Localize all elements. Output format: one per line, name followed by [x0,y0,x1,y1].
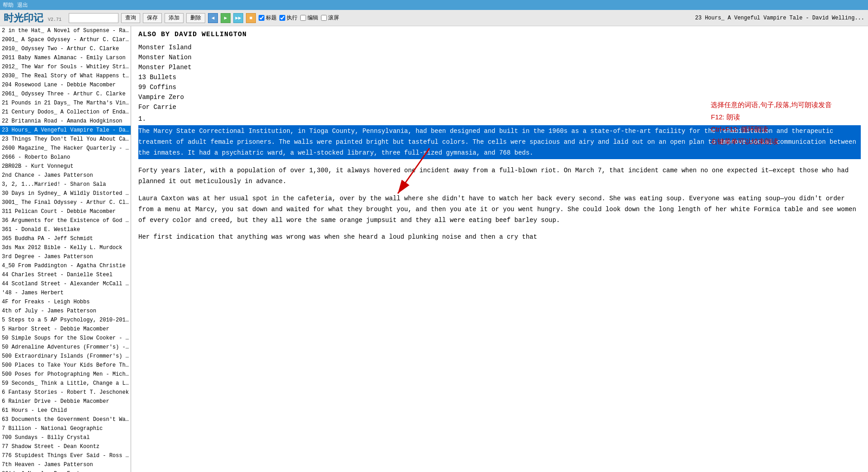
search-input[interactable] [69,13,118,23]
highlighted-paragraph: The Marcy State Correctional Institution… [138,125,861,159]
sidebar-item[interactable]: 4F for Freaks - Leigh Hobbs [0,297,131,307]
book-item: Monster Planet [138,64,861,71]
sidebar-item[interactable]: 3001_ The Final Odyssey - Arthur C. Clar… [0,198,131,207]
sidebar-item[interactable]: 361 - Donald E. Westlake [0,225,131,234]
sidebar-item[interactable]: 2061_ Odyssey Three - Arthur C. Clarke [0,90,131,99]
sidebar-item[interactable]: 500 Poses for Photographing Men - Michel… [0,370,131,379]
sidebar-item[interactable]: 21 Century Dodos_ A Collection of Endang… [0,108,131,117]
sidebar-item[interactable]: 700 Sundays - Billy Crystal [0,433,131,442]
sidebar-item[interactable]: 776 Stupidest Things Ever Said - Ross Pe… [0,451,131,460]
checkbox-bianji[interactable] [300,15,306,21]
toolbar: 时光印记 V2.71 查询 保存 添加 删除 ◀ ▶ ▶▶ ■ 标题 执行 编辑… [0,10,868,26]
sidebar-item[interactable]: 23 Things They Don't Tell You About Capi… [0,135,131,144]
checkbox-zhixing-text: 执行 [287,14,297,22]
menu-help[interactable]: 帮助 [3,1,14,9]
checkbox-lianping[interactable] [321,15,327,21]
sidebar-item[interactable]: 22 Britannia Road - Amanda Hodgkinson [0,117,131,126]
sidebar-item[interactable]: 4_50 From Paddington - Agatha Christie [0,261,131,270]
sidebar-item[interactable]: 2012_ The War for Souls - Whitley Strieb… [0,62,131,71]
sidebar-item[interactable]: 2666 - Roberto Bolano [0,153,131,162]
sidebar-item[interactable]: 3ds Max 2012 Bible - Kelly L. Murdock [0,243,131,252]
sidebar-item[interactable]: 2BR02B - Kurt Vonnegut [0,162,131,171]
also-by-title: ALSO BY DAVID WELLINGTON [138,31,861,38]
sidebar[interactable]: 2 in the Hat_ A Novel of Suspense - Raff… [0,26,131,472]
checkbox-zhixing[interactable] [279,15,285,21]
sidebar-item[interactable]: 500 Extraordinary Islands (Frommer's) - … [0,352,131,361]
sidebar-item[interactable]: 2001_ A Space Odyssey - Arthur C. Clarke [0,35,131,44]
book-item: 99 Coffins [138,84,861,91]
main-layout: 2 in the Hat_ A Novel of Suspense - Raff… [0,26,868,472]
sidebar-item[interactable]: 4th of July - James Patterson [0,307,131,316]
app-version: V2.71 [48,17,61,22]
sidebar-item[interactable]: 5 Steps to a 5 AP Psychology, 2010-2011 … [0,316,131,325]
chapter-number: 1. [138,115,861,123]
sidebar-item[interactable]: 2011 Baby Names Almanac - Emily Larson [0,53,131,62]
sidebar-item[interactable]: 44 Charles Street - Danielle Steel [0,270,131,279]
sidebar-item[interactable]: 21 Pounds in 21 Days_ The Martha's Viney… [0,99,131,108]
sidebar-item[interactable]: 44 Scotland Street - Alexander McCall Sm… [0,279,131,288]
checkbox-bianji-text: 编辑 [307,14,318,22]
app-logo: 时光印记 [4,11,43,25]
sidebar-item[interactable]: '48 - James Herbert [0,288,131,297]
content-area[interactable]: 选择任意的词语,句子,段落,均可朗读发音 F12: 朗读 Ctrl+F12: 循… [131,26,868,472]
play-prev-button[interactable]: ◀ [208,13,218,23]
sidebar-item[interactable]: 61 Hours - Lee Child [0,406,131,415]
sidebar-item[interactable]: 30 Days in Sydney_ A Wildly Distorted Ac… [0,189,131,198]
add-button[interactable]: 添加 [165,13,184,23]
checkbox-biaoti-label[interactable]: 标题 [259,14,277,22]
checkbox-bianji-label[interactable]: 编辑 [300,14,318,22]
sidebar-item[interactable]: 36 Arguments for the Existence of God - … [0,216,131,225]
book-item: Vampire Zero [138,94,861,101]
sidebar-item[interactable]: 311 Pelican Court - Debbie Macomber [0,207,131,216]
sidebar-item[interactable]: 3rd Degree - James Patterson [0,252,131,261]
sidebar-item[interactable]: 59 Seconds_ Think a Little, Change a Lot… [0,379,131,388]
sidebar-item[interactable]: 365 Buddha PA - Jeff Schmidt [0,234,131,243]
sidebar-item[interactable]: 23 Hours_ A Vengeful Vampire Tale - Davi… [0,126,131,135]
checkbox-lianping-label[interactable]: 滚屏 [321,14,339,22]
sidebar-list: 2 in the Hat_ A Novel of Suspense - Raff… [0,26,131,472]
sidebar-item[interactable]: 204 Rosewood Lane - Debbie Macomber [0,80,131,90]
checkbox-lianping-text: 滚屏 [328,14,339,22]
sidebar-item[interactable]: 63 Documents the Government Doesn't Want… [0,415,131,424]
sidebar-item[interactable]: 2nd Chance - James Patterson [0,171,131,180]
sidebar-item[interactable]: 6 Fantasy Stories - Robert T. Jeschonek [0,388,131,397]
sidebar-item[interactable]: 2030_ The Real Story of What Happens to … [0,71,131,80]
play-next-button[interactable]: ▶▶ [233,13,243,23]
menu-quit[interactable]: 退出 [17,1,28,9]
sidebar-item[interactable]: 2600 Magazine_ The Hacker Quarterly - Di… [0,144,131,153]
search-button[interactable]: 查询 [121,13,140,23]
sidebar-item[interactable]: 500 Places to Take Your Kids Before They… [0,361,131,370]
sidebar-item[interactable]: 7 Billion - National Geographic [0,424,131,433]
window-title-bar: 帮助 退出 [0,0,868,10]
book-list: Monster IslandMonster NationMonster Plan… [138,44,861,111]
sidebar-item[interactable]: 2010_ Odyssey Two - Arthur C. Clarke [0,44,131,53]
sidebar-item[interactable]: 50 Adrenaline Adventures (Frommer's) - L… [0,343,131,352]
stop-button[interactable]: ■ [246,13,256,23]
sidebar-item[interactable]: 86'd_ A Novel - Dan Fante [0,469,131,472]
book-item: 13 Bullets [138,74,861,81]
book-item: Monster Island [138,44,861,51]
book-item: Monster Nation [138,54,861,61]
sidebar-item[interactable]: 6 Rainier Drive - Debbie Macomber [0,397,131,406]
checkbox-biaoti-text: 标题 [266,14,277,22]
sidebar-item[interactable]: 2 in the Hat_ A Novel of Suspense - Raff… [0,26,131,35]
checkbox-zhixing-label[interactable]: 执行 [279,14,297,22]
play-button[interactable]: ▶ [221,13,231,23]
sidebar-item[interactable]: 5 Harbor Street - Debbie Macomber [0,325,131,334]
paragraph-3: Her first indication that anything was w… [138,232,861,243]
current-book-title: 23 Hours_ A Vengeful Vampire Tale - Davi… [695,15,864,21]
sidebar-item[interactable]: 77 Shadow Street - Dean Koontz [0,442,131,451]
sidebar-item[interactable]: 50 Simple Soups for the Slow Cooker - Ly… [0,334,131,343]
sidebar-item[interactable]: 3, 2, 1...Married! - Sharon Sala [0,180,131,189]
delete-button[interactable]: 删除 [186,13,205,23]
sidebar-item[interactable]: 7th Heaven - James Patterson [0,460,131,469]
save-button[interactable]: 保存 [143,13,162,23]
paragraph-1: Forty years later, with a population of … [138,165,861,187]
paragraph-2: Laura Caxton was at her usual spot in th… [138,194,861,226]
book-item: For Carrie [138,104,861,111]
checkbox-biaoti[interactable] [259,15,264,21]
highlighted-text: The Marcy State Correctional Institution… [138,125,861,159]
